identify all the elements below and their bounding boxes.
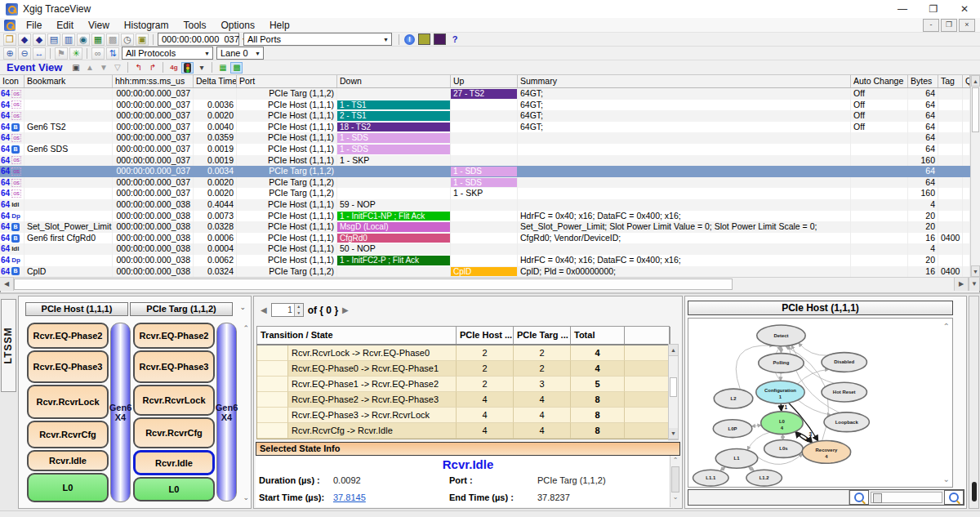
transition-name[interactable]: Rcvr.EQ-Phase3 -> Rcvr.RcvrLock <box>288 408 457 423</box>
down-cell[interactable]: 2 - TS1 <box>337 110 451 122</box>
trace-cell[interactable] <box>24 88 113 100</box>
packet-chip[interactable]: CfgRd0 <box>337 234 450 243</box>
column-header-tag[interactable]: Tag <box>938 75 963 87</box>
tag-icon[interactable]: ⚑ <box>55 47 68 60</box>
down-cell[interactable]: MsgD (Local) <box>337 221 451 233</box>
trace-cell[interactable] <box>963 88 970 100</box>
ltssm-state-l0[interactable]: L0 <box>133 477 215 501</box>
state-node-loopback[interactable]: Loopback <box>824 412 869 432</box>
jump-forward-icon[interactable]: ↱ <box>146 62 158 74</box>
trace-cell[interactable]: 000:00:00.000_037 <box>113 144 194 155</box>
protocols-dropdown[interactable]: All Protocols▼ <box>122 47 213 60</box>
ltssm-state-rcvr-rcvrlock[interactable]: Rcvr.RcvrLock <box>27 385 109 419</box>
scroll-thumb[interactable] <box>972 87 979 132</box>
minimize-button[interactable]: — <box>887 0 918 18</box>
trace-cell[interactable]: PCIe Host (1,1,1) <box>237 110 337 122</box>
trace-cell[interactable]: 0.0004 <box>194 243 237 255</box>
trace-cell[interactable]: 64 <box>908 144 938 155</box>
collapsed-panel-strip[interactable] <box>969 296 979 509</box>
trace-cell[interactable] <box>851 221 908 233</box>
scroll-thumb[interactable] <box>14 279 733 290</box>
trace-cell[interactable]: PCIe Targ (1,1,2) <box>237 166 337 177</box>
transition-column-header[interactable]: PCIe Targ ... <box>514 327 571 344</box>
event-type-cell[interactable]: 64os <box>0 132 24 144</box>
scroll-down-icon[interactable]: ▼ <box>971 265 980 277</box>
trace-cell[interactable] <box>518 166 851 177</box>
trace-cell[interactable]: 0.0062 <box>194 255 237 266</box>
transition-row[interactable]: Rcvr.EQ-Phase2 -> Rcvr.EQ-Phase3448 <box>257 392 669 408</box>
event-type-cell[interactable]: 64os <box>0 188 24 199</box>
trace-cell[interactable] <box>963 266 970 278</box>
transition-name[interactable]: Rcvr.EQ-Phase2 -> Rcvr.EQ-Phase3 <box>288 392 457 408</box>
trace-cell[interactable]: 0.0020 <box>194 110 237 122</box>
trace-cell[interactable] <box>938 122 963 133</box>
trace-cell[interactable]: 64 <box>908 122 938 133</box>
transition-name[interactable]: Rcvr.EQ-Phase1 -> Rcvr.EQ-Phase2 <box>288 377 457 392</box>
event-type-cell[interactable]: 64os <box>0 166 24 177</box>
state-node-l1_2[interactable]: L1.2 <box>746 470 782 486</box>
trace-cell[interactable] <box>518 177 851 189</box>
trace-row[interactable]: 64BCplD000:00:00.000_0380.0324PCIe Targ … <box>0 266 970 278</box>
trace-cell[interactable] <box>518 155 851 167</box>
trace-cell[interactable]: PCIe Host (1,1,1) <box>237 221 337 233</box>
open-trace-icon[interactable]: ❒ <box>3 33 16 46</box>
trace-cell[interactable] <box>938 211 963 222</box>
grid-view-icon[interactable]: ▦ <box>91 33 105 46</box>
trace-cell[interactable]: PCIe Targ (1,1,2) <box>237 188 337 199</box>
trace-cell[interactable]: PCIe Host (1,1,1) <box>237 100 337 111</box>
trace-cell[interactable]: PCIe Host (1,1,1) <box>237 211 337 222</box>
scroll-up-icon[interactable]: ⌃ <box>943 322 950 331</box>
pager-spinner[interactable]: 1 ▲▼ <box>271 303 304 317</box>
trace-cell[interactable]: 0.0020 <box>194 188 237 199</box>
transition-row[interactable]: Rcvr.EQ-Phase0 -> Rcvr.EQ-Phase1224 <box>257 361 669 377</box>
trace-cell[interactable]: 64GT; <box>518 100 851 111</box>
down-cell[interactable]: 18 - TS2 <box>337 122 451 133</box>
trace-cell[interactable]: 4 <box>908 199 938 211</box>
trace-cell[interactable] <box>963 199 970 211</box>
jump-back-icon[interactable]: ↰ <box>132 62 145 74</box>
ltssm-state-rcvr-rcvrlock[interactable]: Rcvr.RcvrLock <box>133 385 215 416</box>
trace-cell[interactable] <box>518 199 851 211</box>
transition-name[interactable]: Rcvr.RcvrCfg -> Rcvr.Idle <box>288 423 457 439</box>
trace-cell[interactable]: 64 <box>908 100 938 111</box>
column-header-bookmark[interactable]: Bookmark <box>24 75 113 87</box>
ltssm-port-header-host[interactable]: PCIe Host (1,1,1) <box>25 302 128 316</box>
trace-cell[interactable] <box>938 110 963 122</box>
down-cell[interactable] <box>337 177 451 189</box>
trace-cell[interactable]: 0.0034 <box>194 166 237 177</box>
packet-chip[interactable]: 1 - SDS <box>337 133 450 143</box>
trace-cell[interactable]: 000:00:00.000_038 <box>113 266 194 278</box>
state-node-disabled[interactable]: Disabled <box>822 353 866 372</box>
up-cell[interactable]: CplD <box>451 266 518 278</box>
trace-cell[interactable] <box>194 88 237 100</box>
timer-icon[interactable]: ◷ <box>121 33 134 46</box>
trace-cell[interactable]: 64GT; <box>518 122 851 133</box>
start-time-link[interactable]: 37.8145 <box>333 492 366 502</box>
ltssm-state-rcvr-rcvrcfg[interactable]: Rcvr.RcvrCfg <box>133 417 215 448</box>
trace-cell[interactable]: 20 <box>908 221 938 233</box>
packet-chip[interactable]: 1 - TS1 <box>337 100 450 110</box>
state-node-hot_reset[interactable]: Hot Reset <box>822 382 866 402</box>
snapshot-icon[interactable]: ▣ <box>136 33 149 46</box>
chevron-down-icon[interactable]: ⌄ <box>239 303 246 311</box>
menu-item-tools[interactable]: Tools <box>176 20 214 31</box>
trace-cell[interactable]: 000:00:00.000_037 <box>113 155 194 167</box>
menu-item-edit[interactable]: Edit <box>49 20 81 31</box>
state-node-detect[interactable]: Detect <box>757 325 805 346</box>
trace-cell[interactable] <box>938 132 963 144</box>
trace-cell[interactable] <box>938 177 963 189</box>
down-cell[interactable]: 1 - SDS <box>337 144 451 155</box>
trace-cell[interactable]: 64 <box>908 88 938 100</box>
trace-cell[interactable] <box>963 110 970 122</box>
event-type-cell[interactable]: 64Idl <box>0 243 24 255</box>
trace-cell[interactable]: 64 <box>908 110 938 122</box>
transition-column-header[interactable]: Total <box>571 327 625 344</box>
state-node-configuration[interactable]: Configuration1 <box>756 381 804 403</box>
capture-settings-icon[interactable]: ◉ <box>77 33 90 46</box>
transition-row[interactable]: Rcvr.RcvrCfg -> Rcvr.Idle448 <box>257 423 669 439</box>
trace-cell[interactable]: CfgRd0; Vendor/DeviceID; <box>518 233 851 244</box>
event-type-cell[interactable]: 64Dp <box>0 255 24 266</box>
trace-cell[interactable]: PCIe Host (1,1,1) <box>237 243 337 255</box>
scroll-thumb[interactable] <box>972 482 977 501</box>
info-icon[interactable]: ! <box>404 34 415 45</box>
